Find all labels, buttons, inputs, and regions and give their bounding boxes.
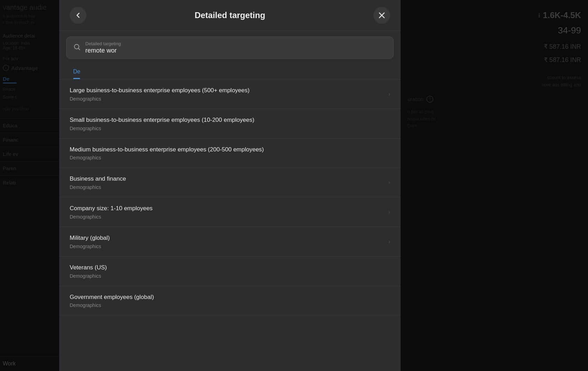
result-item[interactable]: Small business-to-business enterprise em…: [59, 109, 401, 139]
detailed-targeting-modal: Detailed targeting Detailed targeting re…: [59, 0, 401, 371]
search-label: Detailed targeting: [85, 41, 386, 46]
search-container: Detailed targeting remote wor: [59, 31, 401, 64]
result-name: Large business-to-business enterprise em…: [70, 86, 385, 95]
search-input-area: Detailed targeting remote wor: [85, 41, 386, 54]
result-name: Company size: 1-10 employees: [70, 204, 385, 213]
chevron-right-icon: ›: [388, 91, 390, 97]
result-item[interactable]: Large business-to-business enterprise em…: [59, 79, 401, 109]
result-content: Business and finance Demographics: [70, 175, 385, 190]
result-name: Business and finance: [70, 175, 385, 183]
results-list: Large business-to-business enterprise em…: [59, 79, 401, 371]
result-name: Military (global): [70, 234, 385, 242]
result-name: Medium business-to-business enterprise e…: [70, 145, 390, 154]
result-content: Large business-to-business enterprise em…: [70, 86, 385, 102]
result-category: Demographics: [70, 214, 385, 220]
modal-title: Detailed targeting: [86, 10, 373, 20]
result-item[interactable]: Veterans (US) Demographics: [59, 256, 401, 286]
modal-header: Detailed targeting: [59, 0, 401, 31]
result-item[interactable]: Medium business-to-business enterprise e…: [59, 139, 401, 168]
search-icon: [74, 44, 80, 52]
tab-detailed[interactable]: De: [66, 64, 87, 79]
chevron-right-icon: ›: [388, 239, 390, 244]
result-category: Demographics: [70, 184, 385, 190]
chevron-right-icon: ›: [388, 209, 390, 215]
result-item[interactable]: Government employees (global) Demographi…: [59, 286, 401, 316]
tabs-row: De: [59, 64, 401, 79]
result-category: Demographics: [70, 273, 390, 279]
chevron-right-icon: ›: [388, 180, 390, 185]
result-content: Company size: 1-10 employees Demographic…: [70, 204, 385, 220]
search-box[interactable]: Detailed targeting remote wor: [66, 37, 394, 59]
result-name: Veterans (US): [70, 263, 390, 272]
result-category: Demographics: [70, 155, 390, 160]
close-button[interactable]: [373, 7, 390, 24]
result-content: Veterans (US) Demographics: [70, 263, 390, 279]
result-item[interactable]: Company size: 1-10 employees Demographic…: [59, 197, 401, 227]
result-category: Demographics: [70, 96, 385, 102]
search-input-value[interactable]: remote wor: [85, 47, 386, 54]
result-content: Medium business-to-business enterprise e…: [70, 145, 390, 161]
result-category: Demographics: [70, 244, 385, 249]
result-category: Demographics: [70, 302, 390, 308]
back-button[interactable]: [70, 7, 86, 24]
result-category: Demographics: [70, 126, 390, 131]
result-item[interactable]: Military (global) Demographics ›: [59, 227, 401, 256]
result-name: Government employees (global): [70, 293, 390, 301]
result-content: Government employees (global) Demographi…: [70, 293, 390, 308]
result-item[interactable]: Business and finance Demographics ›: [59, 168, 401, 197]
result-name: Small business-to-business enterprise em…: [70, 116, 390, 124]
result-content: Small business-to-business enterprise em…: [70, 116, 390, 131]
result-content: Military (global) Demographics: [70, 234, 385, 249]
